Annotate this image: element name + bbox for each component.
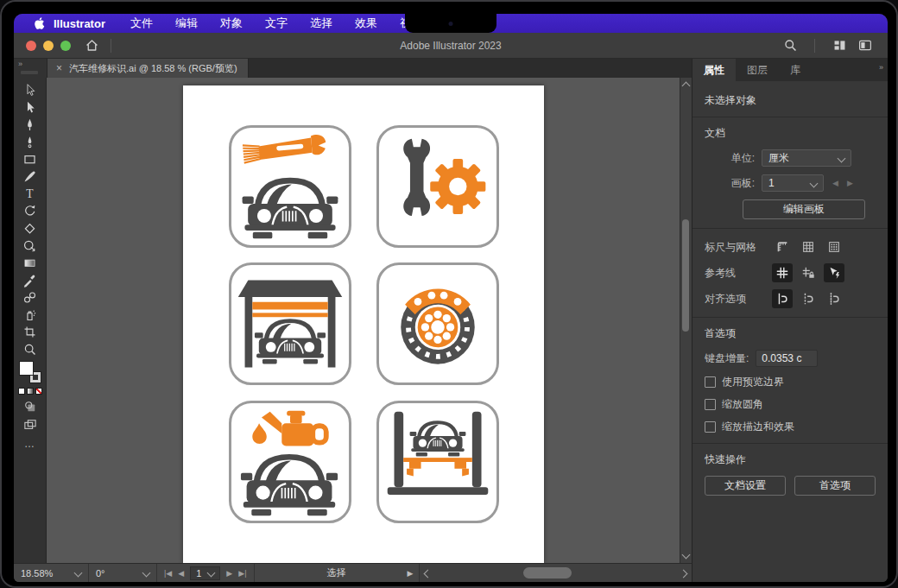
previous-artboard-icon[interactable]: ◀ [832, 179, 838, 187]
curvature-tool[interactable] [19, 133, 41, 150]
document-tab-bar: » × 汽车维修标识.ai @ 18.58 % (RGB/预览) [14, 59, 692, 78]
snap-to-pixel-icon-button[interactable] [824, 289, 844, 308]
preferences-button[interactable]: 首选项 [794, 476, 876, 496]
paintbrush-tool[interactable] [19, 168, 41, 185]
artboard-select[interactable]: 1 [762, 174, 824, 192]
zoom-tool[interactable] [19, 340, 41, 357]
selection-tool[interactable] [19, 81, 41, 98]
next-artboard-button[interactable]: ▶ [226, 569, 232, 578]
status-mode-display[interactable]: 选择 ▶ [255, 564, 420, 582]
close-tab-icon[interactable]: × [56, 62, 62, 74]
rotate-tool[interactable] [19, 202, 41, 219]
fill-color-swatch[interactable] [19, 361, 34, 376]
screen-mode-icon[interactable] [23, 419, 37, 431]
artboard[interactable] [183, 85, 544, 563]
gradient-tool[interactable] [19, 254, 41, 271]
menu-item-object[interactable]: 对象 [209, 16, 254, 31]
home-icon[interactable] [81, 36, 102, 55]
show-guides-icon-button[interactable] [772, 263, 793, 282]
tab-layers[interactable]: 图层 [736, 59, 779, 81]
properties-panel: 属性 图层 库 » 未选择对象 文档 单位: 厘米 画板: [692, 59, 888, 582]
edit-artboard-button[interactable]: 编辑画板 [743, 199, 865, 219]
status-mode-arrow-icon[interactable]: ▶ [408, 569, 414, 578]
keyboard-increment-field[interactable]: 0.0353 c [756, 350, 818, 367]
apple-menu-icon[interactable] [33, 16, 45, 30]
shaper-tool[interactable] [19, 237, 41, 254]
preview-bounds-checkbox[interactable] [705, 376, 716, 388]
drawing-mode-icon[interactable] [24, 401, 36, 413]
tab-libraries[interactable]: 库 [779, 59, 812, 81]
previous-artboard-button[interactable]: ◀ [178, 569, 184, 578]
scale-corners-checkbox[interactable] [705, 399, 716, 410]
scale-strokes-effects-checkbox[interactable] [705, 421, 716, 433]
blend-tool[interactable] [19, 288, 41, 306]
panel-toggle-icon[interactable] [855, 36, 876, 55]
gradient-button[interactable] [27, 388, 34, 395]
snap-to-point-icon-button[interactable] [772, 289, 793, 308]
last-artboard-button[interactable]: ▶| [238, 569, 246, 578]
ruler-icon-button[interactable] [772, 237, 793, 256]
lock-guides-icon-button[interactable] [798, 263, 819, 282]
horizontal-scrollbar[interactable] [420, 564, 692, 582]
document-setup-button[interactable]: 文档设置 [705, 476, 786, 496]
color-button[interactable] [18, 388, 25, 395]
none-button[interactable] [35, 388, 42, 395]
document-tab[interactable]: × 汽车维修标识.ai @ 18.58 % (RGB/预览) [47, 59, 249, 78]
artwork-car-with-paint-wrench[interactable] [229, 125, 351, 248]
artwork-wrench-and-gear[interactable] [376, 125, 499, 248]
unit-select[interactable]: 厘米 [762, 149, 851, 167]
menu-bar: Illustrator 文件 编辑 对象 文字 选择 效果 视图 窗口 [14, 14, 888, 33]
horizontal-scrollbar-thumb[interactable] [523, 567, 572, 579]
zoom-window-button[interactable] [60, 41, 71, 51]
scroll-right-icon[interactable] [680, 570, 688, 579]
tab-properties[interactable]: 属性 [692, 59, 736, 81]
scale-corners-option[interactable]: 缩放圆角 [705, 397, 876, 412]
artboard-tool[interactable] [19, 323, 41, 340]
zoom-level-control[interactable]: 18.58% [14, 564, 89, 582]
artwork-garage-with-car[interactable] [229, 262, 351, 385]
eyedropper-tool[interactable] [19, 271, 41, 288]
fill-stroke-control[interactable] [19, 361, 41, 383]
pixel-grid-icon-button[interactable] [824, 237, 844, 256]
symbol-sprayer-tool[interactable] [19, 306, 41, 323]
car-on-lift-graphic [379, 403, 496, 521]
direct-selection-tool[interactable] [19, 98, 41, 116]
menu-item-edit[interactable]: 编辑 [164, 16, 209, 31]
close-window-button[interactable] [26, 41, 36, 51]
menu-item-select[interactable]: 选择 [299, 16, 344, 31]
pen-tool[interactable] [19, 116, 41, 133]
menu-app-name[interactable]: Illustrator [54, 17, 105, 30]
car-with-paint-wrench-graphic [231, 128, 349, 245]
artwork-car-oil-change[interactable] [229, 401, 351, 523]
canvas[interactable] [47, 78, 680, 563]
grid-icon-button[interactable] [798, 237, 819, 256]
scroll-left-icon[interactable] [423, 570, 432, 579]
scroll-down-icon[interactable] [682, 551, 691, 560]
panel-collapse-icon[interactable]: » [879, 63, 882, 72]
vertical-scrollbar-thumb[interactable] [682, 219, 689, 332]
edit-toolbar-ellipsis[interactable]: … [24, 438, 35, 450]
toolbar-collapse-header[interactable]: » [14, 59, 47, 78]
menu-item-type[interactable]: 文字 [254, 16, 299, 31]
artwork-car-on-lift[interactable] [376, 401, 499, 523]
unit-value: 厘米 [768, 151, 789, 166]
eraser-tool[interactable] [19, 219, 41, 237]
next-artboard-icon[interactable]: ▶ [847, 179, 853, 187]
artwork-wheel-brake-bearing[interactable] [376, 262, 499, 385]
artboard-number-field[interactable]: 1 [190, 566, 220, 580]
smart-guides-icon-button[interactable] [824, 263, 844, 282]
menu-item-file[interactable]: 文件 [119, 16, 164, 31]
search-icon[interactable] [780, 36, 800, 55]
preview-bounds-option[interactable]: 使用预览边界 [705, 375, 876, 389]
scale-strokes-effects-option[interactable]: 缩放描边和效果 [705, 420, 876, 434]
minimize-window-button[interactable] [43, 41, 54, 51]
snap-to-grid-icon-button[interactable] [798, 289, 819, 308]
workspace-switcher-icon[interactable] [829, 36, 850, 55]
rectangle-tool[interactable] [19, 150, 41, 168]
menu-item-effect[interactable]: 效果 [344, 16, 389, 31]
vertical-scrollbar[interactable] [680, 78, 692, 563]
scroll-up-icon[interactable] [682, 82, 691, 91]
rotation-control[interactable]: 0° [89, 564, 157, 582]
type-tool[interactable]: T [19, 185, 41, 202]
first-artboard-button[interactable]: |◀ [164, 569, 172, 578]
